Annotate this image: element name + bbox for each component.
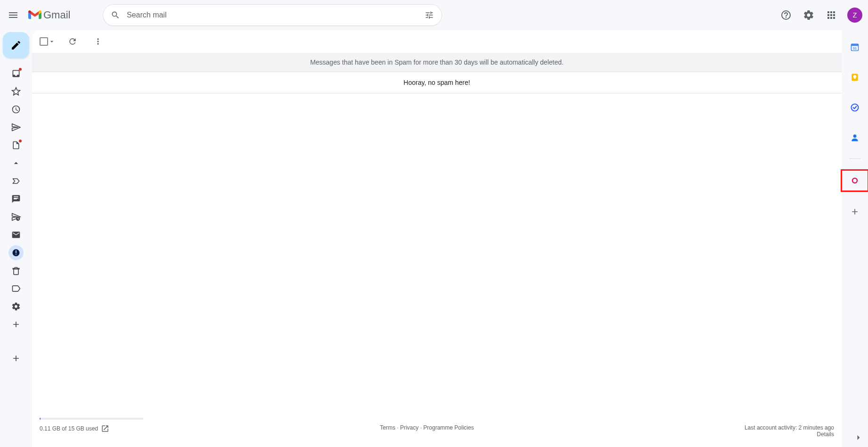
side-collapse[interactable] — [853, 432, 864, 443]
gear-small-icon — [11, 302, 21, 311]
nav-bin[interactable] — [8, 263, 24, 278]
refresh-icon — [68, 37, 77, 46]
banner-text: Messages that have been in Spam for more… — [310, 58, 564, 66]
quota-text: 0.11 GB of 15 GB used — [40, 425, 98, 432]
scheduled-icon — [11, 212, 21, 222]
dropdown-icon — [48, 37, 56, 46]
addon-circle-icon — [850, 176, 860, 185]
logo[interactable]: Gmail — [28, 9, 85, 21]
select-dropdown[interactable] — [48, 38, 56, 45]
quota-bar — [40, 418, 143, 420]
plus-icon — [850, 207, 860, 216]
nav-important[interactable] — [8, 174, 24, 189]
nav-scheduled[interactable] — [8, 209, 24, 224]
nav-manage-labels[interactable] — [8, 299, 24, 314]
search-bar[interactable] — [103, 4, 442, 26]
help-icon — [780, 9, 792, 21]
search-icon — [111, 10, 120, 20]
side-calendar[interactable]: 31 — [845, 38, 864, 57]
apps-button[interactable] — [822, 6, 841, 25]
svg-rect-2 — [16, 250, 16, 253]
spam-info-banner: Messages that have been in Spam for more… — [32, 53, 842, 72]
menu-icon — [8, 9, 19, 21]
nav-inbox[interactable] — [8, 66, 24, 81]
quota-fill — [40, 418, 41, 420]
settings-button[interactable] — [799, 6, 818, 25]
search-input[interactable] — [125, 11, 420, 19]
footer: 0.11 GB of 15 GB used Terms · Privacy · … — [32, 413, 842, 447]
activity-text: Last account activity: 2 minutes ago — [745, 424, 834, 431]
nav-snoozed[interactable] — [8, 102, 24, 117]
side-divider — [849, 158, 860, 159]
side-tasks[interactable] — [845, 98, 864, 117]
important-icon — [11, 176, 21, 186]
terms-link[interactable]: Terms — [380, 424, 395, 431]
search-button[interactable] — [106, 6, 125, 25]
toolbar — [32, 30, 842, 53]
nav-spam[interactable] — [8, 245, 24, 260]
avatar-initial: Z — [853, 11, 857, 19]
more-vert-icon — [93, 37, 103, 46]
nav-new-label[interactable] — [8, 351, 24, 366]
empty-state: Hooray, no spam here! — [32, 72, 842, 93]
storage-link[interactable] — [101, 424, 109, 433]
gmail-logo-icon — [28, 10, 41, 20]
compose-button[interactable] — [3, 32, 29, 58]
gear-icon — [803, 9, 814, 21]
contacts-icon — [850, 133, 860, 142]
nav-create-label[interactable] — [8, 317, 24, 332]
tasks-icon — [850, 103, 860, 112]
svg-point-9 — [853, 134, 857, 138]
more-button[interactable] — [90, 33, 106, 50]
spam-icon — [11, 248, 21, 257]
svg-point-10 — [852, 178, 857, 183]
side-get-addons[interactable] — [845, 202, 864, 221]
privacy-link[interactable]: Privacy — [400, 424, 418, 431]
plus-icon — [11, 320, 21, 329]
label-icon — [11, 284, 21, 293]
side-contacts[interactable] — [845, 128, 864, 147]
nav-sent[interactable] — [8, 120, 24, 135]
svg-rect-3 — [16, 254, 16, 255]
plus-icon — [11, 354, 21, 363]
nav-less[interactable] — [8, 156, 24, 171]
calendar-icon: 31 — [850, 42, 860, 52]
select-all-checkbox[interactable] — [40, 37, 56, 46]
trash-icon — [11, 266, 21, 275]
side-addon-highlighted[interactable] — [842, 170, 868, 191]
footer-storage: 0.11 GB of 15 GB used — [40, 424, 109, 433]
star-icon — [11, 87, 21, 96]
nav-all-mail[interactable] — [8, 227, 24, 242]
chevron-up-icon — [11, 158, 21, 168]
main-content: Messages that have been in Spam for more… — [32, 30, 842, 447]
pencil-icon — [10, 40, 22, 51]
account-avatar[interactable]: Z — [847, 8, 862, 23]
keep-icon — [850, 73, 860, 82]
side-panel: 31 — [842, 30, 868, 447]
svg-text:31: 31 — [853, 46, 857, 50]
open-in-new-icon — [101, 424, 109, 433]
checkbox-icon — [40, 37, 48, 46]
footer-links: Terms · Privacy · Programme Policies — [109, 424, 745, 431]
chevron-right-icon — [854, 433, 863, 442]
nav-starred[interactable] — [8, 84, 24, 99]
clock-icon — [11, 105, 21, 114]
send-icon — [11, 123, 21, 132]
footer-activity: Last account activity: 2 minutes ago Det… — [745, 424, 834, 438]
policies-link[interactable]: Programme Policies — [423, 424, 474, 431]
search-options-button[interactable] — [420, 6, 439, 25]
side-keep[interactable] — [845, 68, 864, 87]
nav-drafts[interactable] — [8, 138, 24, 153]
refresh-button[interactable] — [64, 33, 81, 50]
tune-icon — [425, 10, 434, 20]
details-link[interactable]: Details — [817, 431, 834, 438]
all-mail-icon — [11, 230, 21, 240]
drafts-badge — [19, 140, 22, 142]
support-button[interactable] — [777, 6, 795, 25]
nav-categories[interactable] — [8, 281, 24, 296]
apps-grid-icon — [826, 9, 837, 21]
nav-chats[interactable] — [8, 191, 24, 207]
left-nav — [0, 30, 32, 447]
main-menu-button[interactable] — [4, 6, 23, 25]
header: Gmail Z — [0, 0, 868, 30]
